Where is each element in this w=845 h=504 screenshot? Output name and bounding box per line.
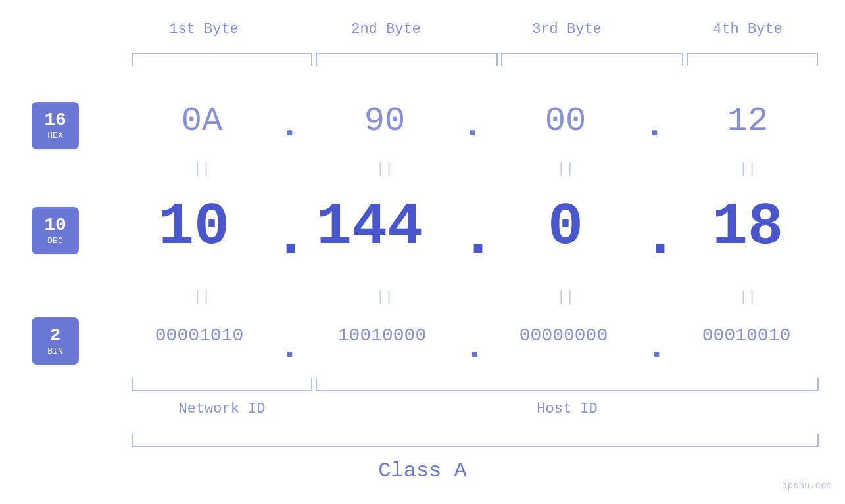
bin-dot-1: .	[279, 329, 300, 367]
bin-dot-3: .	[646, 329, 667, 367]
bin-val-4: 00010010	[677, 325, 815, 346]
col-header-1: 1st Byte	[138, 21, 270, 37]
dpipe-dec-bin-4: ||	[682, 289, 813, 306]
hex-val-2: 90	[319, 102, 450, 141]
hex-dot-2: .	[462, 107, 483, 146]
dpipe-hex-dec-1: ||	[136, 161, 268, 177]
dec-dot-3: .	[642, 204, 678, 271]
bracket-top-1	[132, 53, 312, 66]
dpipe-hex-dec-2: ||	[319, 161, 450, 177]
dpipe-dec-bin-1: ||	[136, 289, 268, 306]
hex-dot-1: .	[279, 107, 300, 146]
bin-val-3: 00000000	[495, 325, 633, 346]
col-header-2: 2nd Byte	[320, 21, 452, 37]
bin-val-2: 10010000	[313, 325, 451, 346]
bin-dot-2: .	[464, 329, 485, 367]
dpipe-dec-bin-2: ||	[319, 289, 450, 306]
dpipe-hex-dec-3: ||	[500, 161, 631, 177]
dec-val-3: 0	[500, 194, 631, 261]
hex-val-1: 0A	[136, 102, 268, 141]
dpipe-dec-bin-3: ||	[500, 289, 631, 306]
watermark: ipshu.com	[782, 480, 832, 491]
dec-val-4: 18	[682, 194, 813, 261]
dpipe-hex-dec-4: ||	[682, 161, 813, 177]
bracket-top-3	[501, 53, 683, 66]
class-a-label: Class A	[0, 459, 845, 483]
bin-val-1: 00001010	[130, 325, 268, 346]
dec-dot-1: .	[273, 204, 308, 271]
bracket-top-4	[687, 53, 818, 66]
hex-val-4: 12	[682, 102, 813, 141]
dec-badge: 10 DEC	[32, 207, 79, 254]
bracket-host	[316, 378, 819, 391]
bracket-class-a	[132, 434, 819, 447]
hex-dot-3: .	[644, 107, 665, 146]
dec-val-1: 10	[128, 194, 260, 261]
col-header-4: 4th Byte	[682, 21, 813, 37]
hex-badge: 16 HEX	[32, 102, 79, 149]
col-header-3: 3rd Byte	[501, 21, 633, 37]
bin-badge: 2 BIN	[32, 317, 79, 365]
host-id-label: Host ID	[316, 401, 819, 417]
dec-dot-2: .	[460, 204, 496, 271]
hex-val-3: 00	[500, 102, 631, 141]
main-content: 1st Byte 2nd Byte 3rd Byte 4th Byte 16 H…	[0, 0, 845, 504]
bracket-network	[132, 378, 312, 391]
bracket-top-2	[316, 53, 498, 66]
dec-val-2: 144	[304, 194, 435, 261]
network-id-label: Network ID	[132, 401, 312, 417]
